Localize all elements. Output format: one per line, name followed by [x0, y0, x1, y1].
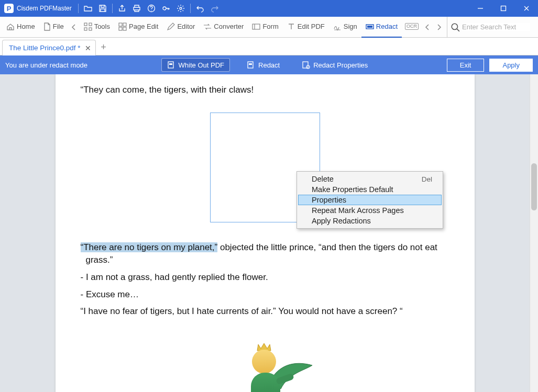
- tool-tools[interactable]: Tools: [80, 17, 114, 38]
- svg-rect-8: [119, 23, 122, 26]
- document-tab-row: The Little Prince0.pdf * ✕ +: [0, 38, 538, 55]
- ctx-repeat-mark[interactable]: Repeat Mark Across Pages: [298, 205, 442, 216]
- ctx-delete-label: Delete: [312, 175, 334, 183]
- tool-converter[interactable]: Converter: [199, 17, 248, 38]
- doc-paragraph: - I am not a grass, had gently replied t…: [81, 271, 449, 284]
- scrollbar-thumb[interactable]: [531, 163, 537, 210]
- document-page: “They can come, the tigers, with their c…: [56, 74, 475, 392]
- ctx-delete[interactable]: Delete Del: [298, 174, 442, 184]
- workspace: “They can come, the tigers, with their c…: [0, 74, 538, 392]
- app-title: Cisdem PDFMaster: [17, 5, 76, 12]
- context-menu: Delete Del Make Properties Default Prope…: [297, 171, 443, 229]
- help-icon[interactable]: [144, 0, 159, 17]
- titlebar-separator: [190, 4, 191, 13]
- ocr-label: OCR: [405, 23, 419, 30]
- svg-rect-5: [89, 23, 92, 26]
- redact-highlight[interactable]: “There are no tigers on my planet,”: [81, 242, 218, 252]
- whiteout-pdf-label: White Out PDF: [179, 61, 224, 69]
- ctx-repeat-mark-label: Repeat Mark Across Pages: [312, 206, 404, 215]
- undo-icon[interactable]: [193, 0, 207, 17]
- svg-rect-6: [84, 28, 87, 30]
- tool-tools-label: Tools: [94, 23, 110, 30]
- svg-rect-11: [123, 27, 126, 30]
- tool-converter-label: Converter: [214, 23, 244, 30]
- whiteout-pdf-button[interactable]: White Out PDF: [161, 58, 230, 72]
- svg-rect-3: [501, 6, 506, 11]
- main-toolbar: Home File Tools Page Edit Editor Convert…: [0, 17, 538, 38]
- document-illustration: [210, 334, 320, 392]
- apply-button[interactable]: Apply: [489, 59, 533, 72]
- search-wrap: [447, 17, 530, 38]
- window-close-button[interactable]: [515, 0, 538, 17]
- tool-redact[interactable]: Redact: [361, 17, 402, 38]
- redact-mode-status: You are under redact mode: [5, 61, 87, 69]
- toolbar-scroll-left-inner[interactable]: [422, 17, 433, 38]
- tool-file[interactable]: File: [39, 17, 68, 38]
- tool-home[interactable]: Home: [2, 17, 39, 38]
- svg-rect-14: [367, 26, 372, 28]
- document-tab-title: The Little Prince0.pdf *: [9, 44, 81, 52]
- window-maximize-button[interactable]: [492, 0, 515, 17]
- tool-home-label: Home: [17, 23, 35, 30]
- ctx-properties[interactable]: Properties: [298, 195, 442, 205]
- doc-paragraph: - Excuse me…: [81, 288, 449, 301]
- open-file-icon[interactable]: [81, 0, 95, 17]
- tool-form-label: Form: [262, 23, 278, 30]
- tool-page-edit[interactable]: Page Edit: [114, 17, 162, 38]
- doc-paragraph: “I have no fear of tigers, but I hate cu…: [81, 305, 449, 318]
- redact-button[interactable]: Redact: [241, 59, 285, 71]
- settings-icon[interactable]: [173, 0, 188, 17]
- redo-icon[interactable]: [207, 0, 222, 17]
- svg-rect-9: [123, 23, 126, 26]
- exit-button[interactable]: Exit: [447, 59, 485, 72]
- ctx-apply-redactions-label: Apply Redactions: [312, 217, 371, 225]
- page-viewport[interactable]: “They can come, the tigers, with their c…: [0, 74, 530, 392]
- svg-rect-20: [303, 62, 308, 68]
- svg-rect-17: [169, 63, 172, 65]
- titlebar-separator: [78, 4, 79, 13]
- tool-ocr[interactable]: OCR: [402, 17, 422, 38]
- svg-rect-19: [249, 63, 252, 65]
- svg-rect-4: [84, 23, 87, 26]
- tool-edit-pdf-label: Edit PDF: [298, 23, 325, 30]
- tab-close-icon[interactable]: ✕: [85, 44, 91, 52]
- tool-form[interactable]: Form: [248, 17, 282, 38]
- tool-editor-label: Editor: [177, 23, 195, 30]
- tool-redact-label: Redact: [376, 23, 398, 30]
- key-icon[interactable]: [159, 0, 173, 17]
- ctx-apply-redactions[interactable]: Apply Redactions: [298, 216, 442, 226]
- doc-paragraph: “There are no tigers on my planet,” obje…: [81, 241, 449, 267]
- window-minimize-button[interactable]: [469, 0, 492, 17]
- titlebar-separator: [112, 4, 113, 13]
- add-tab-button[interactable]: +: [96, 39, 112, 55]
- tool-sign-label: Sign: [344, 23, 357, 30]
- vertical-scrollbar[interactable]: [530, 74, 538, 392]
- document-tab[interactable]: The Little Prince0.pdf * ✕: [2, 40, 96, 55]
- toolbar-scroll-left[interactable]: [68, 17, 80, 38]
- ctx-delete-shortcut: Del: [422, 175, 432, 183]
- ctx-make-default-label: Make Properties Default: [312, 185, 393, 194]
- redact-label: Redact: [258, 61, 280, 69]
- ctx-make-default[interactable]: Make Properties Default: [298, 184, 442, 195]
- tool-page-edit-label: Page Edit: [129, 23, 158, 30]
- app-logo-icon: P: [4, 4, 14, 13]
- print-icon[interactable]: [129, 0, 144, 17]
- share-icon[interactable]: [115, 0, 129, 17]
- search-input[interactable]: [462, 23, 530, 31]
- tool-editor[interactable]: Editor: [162, 17, 199, 38]
- titlebar: P Cisdem PDFMaster: [0, 0, 538, 17]
- svg-point-15: [452, 24, 457, 29]
- toolbar-scroll-right[interactable]: [433, 17, 445, 38]
- svg-rect-10: [119, 27, 122, 30]
- search-icon: [451, 23, 460, 32]
- doc-paragraph: “They can come, the tigers, with their c…: [81, 84, 449, 97]
- tool-file-label: File: [53, 23, 64, 30]
- redact-properties-button[interactable]: Redact Properties: [297, 59, 373, 71]
- svg-point-1: [163, 7, 166, 10]
- svg-rect-7: [89, 28, 92, 30]
- save-icon[interactable]: [95, 0, 110, 17]
- tool-sign[interactable]: Sign: [329, 17, 361, 38]
- ctx-properties-label: Properties: [312, 196, 346, 204]
- tool-edit-pdf[interactable]: Edit PDF: [283, 17, 329, 38]
- redact-mode-bar: You are under redact mode White Out PDF …: [0, 55, 538, 74]
